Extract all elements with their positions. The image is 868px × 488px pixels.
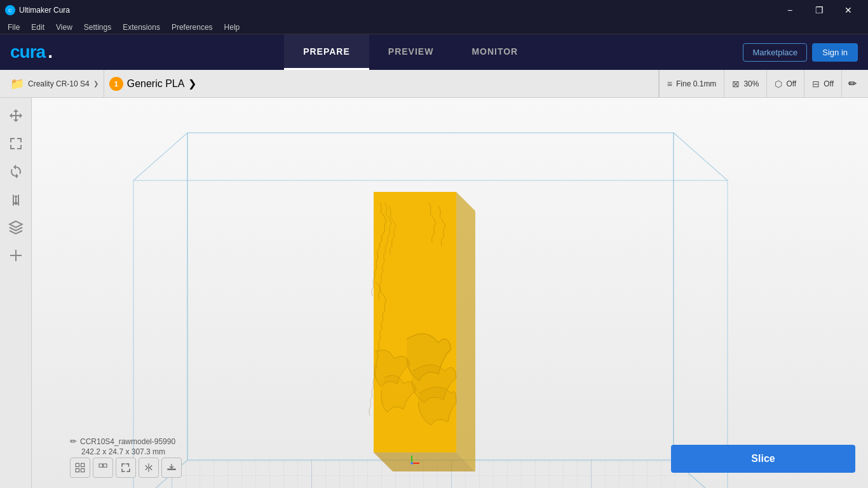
tab-monitor[interactable]: MONITOR [452,34,537,70]
move-button[interactable] [70,458,90,478]
model-dimensions: 242.2 x 24.7 x 307.3 mm [81,447,175,456]
rotate-icon [8,164,24,179]
menu-edit[interactable]: Edit [26,22,50,33]
support-setting[interactable]: ⬡ Off [766,70,804,98]
edit-settings-button[interactable]: ✏ [841,70,863,98]
scale-icon [8,136,24,151]
nav-right: Marketplace Sign in [743,43,858,62]
per-model-tool[interactable] [3,215,29,240]
tab-preview[interactable]: PREVIEW [369,34,453,70]
menu-settings[interactable]: Settings [79,22,116,33]
material-label: Generic PLA [127,78,185,90]
lay-flat-button[interactable] [161,458,182,478]
svg-marker-18 [456,192,475,471]
close-button[interactable]: ✕ [834,0,863,20]
printer-selector[interactable]: 📁 Creality CR-10 S4 ❯ [5,70,104,98]
menu-view[interactable]: View [51,22,78,33]
folder-icon: 📁 [10,77,24,91]
support-icon: ⬡ [775,79,782,89]
material-selector[interactable]: 1 Generic PLA ❯ [104,70,659,98]
scale-tool[interactable] [3,131,29,156]
scale-btn-icon [120,462,132,473]
main-area: ✏ CCR10S4_rawmodel-95990 242.2 x 24.7 x … [0,98,868,488]
support-blocker-icon [8,248,24,263]
menu-preferences[interactable]: Preferences [166,22,218,33]
model-filename: CCR10S4_rawmodel-95990 [80,437,175,446]
support-label: Off [786,79,796,88]
mirror-tool[interactable] [3,187,29,212]
svg-rect-27 [81,469,85,472]
signin-button[interactable]: Sign in [812,43,858,62]
infill-icon: ⊠ [732,79,740,89]
printer-arrow: ❯ [93,80,98,87]
title-left: C Ultimaker Cura [5,5,70,15]
mirror-btn-icon [143,462,154,473]
menu-file[interactable]: File [3,22,25,33]
viewport-canvas [32,98,868,488]
maximize-button[interactable]: ❐ [804,0,834,20]
sidebar [0,98,32,488]
minimize-button[interactable]: − [775,0,804,20]
svg-rect-24 [76,463,79,466]
move-icon [8,108,24,123]
info-row: ✏ CCR10S4_rawmodel-95990 242.2 x 24.7 x … [70,437,175,456]
adhesion-setting[interactable]: ⊟ Off [804,70,841,98]
quality-icon: ≡ [667,79,672,89]
svg-rect-25 [81,463,85,466]
quality-setting[interactable]: ≡ Fine 0.1mm [659,70,724,98]
adhesion-icon: ⊟ [812,79,820,89]
title-bar: C Ultimaker Cura − ❐ ✕ [0,0,868,20]
scale-button[interactable] [116,458,136,478]
logo: cura . [10,42,53,62]
menu-extensions[interactable]: Extensions [118,22,165,33]
marketplace-button[interactable]: Marketplace [743,43,807,62]
lay-flat-icon [166,462,177,473]
support-blocker-tool[interactable] [3,243,29,268]
rotate-button[interactable] [93,458,113,478]
tab-prepare[interactable]: PREPARE [284,34,369,70]
move-btn-icon [74,462,86,473]
logo-dot: . [48,42,53,62]
printer-label: Creality CR-10 S4 [28,79,90,88]
rotate-btn-icon [97,462,109,473]
viewport[interactable]: ✏ CCR10S4_rawmodel-95990 242.2 x 24.7 x … [32,98,868,488]
open-file-tool[interactable] [3,103,29,128]
edit-filename-icon: ✏ [70,437,77,446]
logo-text: cura [10,42,45,62]
material-badge: 1 [109,77,123,91]
app-icon: C [5,5,15,15]
menu-bar: File Edit View Settings Extensions Prefe… [0,20,868,34]
slice-button[interactable]: Slice [671,445,855,473]
quality-label: Fine 0.1mm [676,79,716,88]
svg-rect-1 [15,250,17,261]
menu-help[interactable]: Help [219,22,245,33]
app-title: Ultimaker Cura [19,6,70,15]
infill-label: 30% [743,79,759,88]
per-model-icon [8,220,24,235]
edit-icon: ✏ [848,78,857,90]
mirror-button[interactable] [139,458,159,478]
mirror-icon [8,192,24,207]
infill-setting[interactable]: ⊠ 30% [724,70,766,98]
adhesion-label: Off [824,79,834,88]
svg-rect-26 [76,469,79,472]
toolbar: 📁 Creality CR-10 S4 ❯ 1 Generic PLA ❯ ≡ … [0,70,868,98]
nav-tabs: PREPARE PREVIEW MONITOR [78,34,743,70]
material-arrow: ❯ [188,78,196,90]
nav-bar: cura . PREPARE PREVIEW MONITOR Marketpla… [0,34,868,70]
rotate-tool[interactable] [3,159,29,184]
svg-rect-28 [167,469,176,470]
print-settings: ≡ Fine 0.1mm ⊠ 30% ⬡ Off ⊟ Off ✏ [659,70,863,98]
svg-point-23 [410,462,413,464]
window-controls: − ❐ ✕ [775,0,863,20]
